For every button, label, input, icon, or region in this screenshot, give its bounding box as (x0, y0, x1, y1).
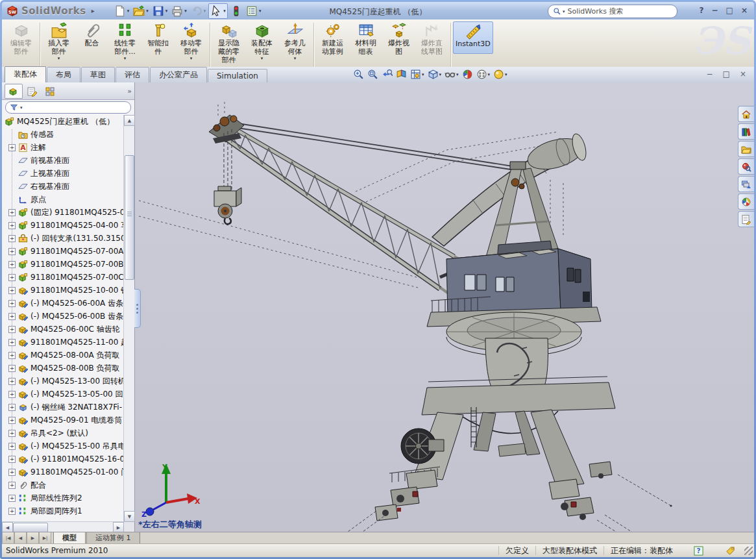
tree-item[interactable]: (-) MQ4525-06-00A 齿条 (2, 297, 124, 310)
previous-view-button[interactable] (381, 68, 393, 81)
tree-item[interactable]: MQ4525-06-00C 轴齿轮 (2, 323, 124, 336)
expand-icon[interactable] (8, 144, 16, 151)
tree-item[interactable]: 911801MQ4525-01-00 门 (2, 466, 124, 478)
bottom-tab-运动算例 1[interactable]: 运动算例 1 (86, 532, 140, 544)
undo-button[interactable]: ▾ (189, 4, 208, 18)
panel-tab-configurationmanager[interactable] (41, 84, 59, 99)
ribbon-button-linear-component-pattern[interactable]: 线性零 部件...▾ (108, 21, 141, 61)
tree-item[interactable]: 911801MQ4525-10-00 钢 (2, 284, 124, 297)
maximize-button[interactable]: □ (726, 6, 733, 15)
tree-item[interactable]: MQ4525-08-00A 负荷取 (2, 349, 124, 362)
tree-item[interactable]: 911801MQ4525-07-00C (2, 271, 124, 284)
expand-icon[interactable] (8, 508, 16, 515)
tree-item[interactable]: 上视基准面 (2, 167, 124, 180)
tree-item[interactable]: 局部线性阵列2 (2, 491, 124, 504)
tree-item[interactable]: (-) MQ4525-15-00 吊具电 (2, 440, 124, 453)
minimize-button[interactable]: − (712, 6, 718, 15)
tree-item[interactable]: 911801MQ4525-04-00 车 (2, 219, 124, 232)
sheet-nav-next-button[interactable]: ▶ (27, 532, 39, 544)
expand-icon[interactable] (8, 248, 16, 255)
tree-item[interactable]: A注解 (2, 141, 124, 154)
doc-close-button[interactable]: × (740, 69, 746, 79)
sheet-nav-first-button[interactable]: |◀ (2, 532, 14, 544)
expand-icon[interactable] (8, 495, 16, 502)
graphics-viewport[interactable]: Y X Z *左右二等角轴测 (135, 82, 754, 532)
help-button[interactable]: ? (700, 6, 704, 15)
expand-icon[interactable] (8, 378, 16, 385)
expand-icon[interactable] (8, 404, 16, 411)
zoom-to-fit-button[interactable] (352, 68, 365, 81)
close-button[interactable]: × (741, 6, 748, 15)
expand-icon[interactable] (8, 417, 16, 424)
sheet-nav-prev-button[interactable]: ◀ (14, 532, 27, 544)
ribbon-button-instant3d[interactable]: Instant3D▾ (453, 21, 493, 54)
hide-show-items-button[interactable]: ▾ (444, 68, 459, 81)
solidworks-search-button[interactable] (738, 158, 754, 175)
tab-评估[interactable]: 评估 (116, 67, 149, 82)
expand-icon[interactable] (8, 209, 16, 216)
tree-item[interactable]: (-) 回转支承(131.50.3150 (2, 232, 124, 245)
view-palette-button[interactable] (738, 176, 754, 192)
expand-icon[interactable] (8, 287, 16, 294)
ribbon-button-smart-fasteners[interactable]: 智能扣 件▾ (141, 21, 175, 61)
section-view-button[interactable] (395, 68, 408, 81)
tree-item[interactable]: 配合 (2, 478, 124, 491)
select-button[interactable]: ▾ (208, 3, 228, 19)
ribbon-button-insert-component[interactable]: 插入零 部件▾ (42, 21, 75, 61)
search-dropdown-icon[interactable]: ▾ (563, 9, 565, 14)
new-button[interactable]: ▾ (113, 4, 131, 18)
bottom-tab-模型[interactable]: 模型 (53, 532, 86, 544)
resize-grip[interactable] (744, 547, 753, 555)
panel-overflow-chevron[interactable]: » (127, 87, 132, 95)
expand-icon[interactable] (8, 365, 16, 372)
tree-item[interactable]: 右视基准面 (2, 180, 124, 193)
expand-icon[interactable] (8, 430, 16, 437)
ribbon-button-move-component[interactable]: 移动零 部件▾ (175, 21, 208, 61)
expand-icon[interactable] (8, 469, 16, 476)
expand-icon[interactable] (8, 313, 16, 320)
save-button[interactable]: ▾ (151, 4, 169, 18)
expand-icon[interactable] (8, 456, 16, 463)
solidworks-resources-button[interactable] (738, 106, 754, 122)
tree-item[interactable]: MQ4525-09-01 电缆卷筒 (2, 414, 124, 427)
tree-horizontal-scrollbar[interactable]: ◀ ▶ (2, 521, 124, 532)
expand-icon[interactable] (8, 326, 16, 333)
ribbon-button-explode-line-sketch[interactable]: 爆炸直 线草图▾ (415, 21, 448, 61)
tree-item[interactable]: (固定) 911801MQ4525-0 (2, 206, 124, 219)
tab-草图[interactable]: 草图 (81, 67, 115, 82)
ribbon-button-new-motion-study[interactable]: 新建运 动算例▾ (316, 21, 349, 61)
print-button[interactable]: ▾ (170, 4, 188, 18)
tree-item[interactable]: 911801MQ4525-07-00B (2, 258, 124, 271)
ribbon-button-reference-geometry[interactable]: 参考几 何体▾ (278, 21, 311, 61)
help-badge-icon[interactable]: ? (694, 546, 703, 556)
expand-icon[interactable] (8, 274, 16, 281)
filter-dropdown-icon[interactable]: ▾ (20, 105, 23, 110)
ribbon-button-mate[interactable]: 配合▾ (75, 21, 108, 53)
tree-item[interactable]: (-) 911801MQ4525-16-0 (2, 453, 124, 466)
file-explorer-button[interactable] (738, 141, 754, 157)
expand-icon[interactable] (8, 443, 16, 450)
custom-properties-button[interactable] (738, 211, 754, 227)
expand-icon[interactable] (8, 222, 16, 229)
expand-icon[interactable] (8, 235, 16, 242)
panel-tab-propertymanager[interactable] (23, 84, 41, 99)
design-library-button[interactable] (738, 123, 754, 140)
menu-expand-icon[interactable]: ▸ (91, 7, 95, 14)
apply-scene-button[interactable]: ▾ (476, 68, 491, 81)
rebuild-lights-button[interactable] (229, 4, 243, 18)
expand-icon[interactable] (8, 300, 16, 307)
tree-item[interactable]: (-) 钢丝绳 32NAT18X7Fi- (2, 401, 124, 414)
options-button[interactable]: ▾ (245, 4, 263, 18)
tree-item[interactable]: 吊具<2> (默认) (2, 427, 124, 440)
edit-appearance-button[interactable] (461, 68, 474, 81)
expand-icon[interactable] (8, 352, 16, 359)
tree-vertical-scrollbar[interactable]: ▲ ▼ (123, 115, 134, 522)
tree-item[interactable]: (-) MQ4525-13-00 回转机 (2, 375, 124, 388)
expand-icon[interactable] (8, 339, 16, 346)
tag-icon[interactable] (726, 546, 735, 556)
sheet-nav-last-button[interactable]: ▶| (39, 532, 51, 544)
tree-item[interactable]: 局部圆周阵列1 (2, 504, 124, 517)
tree-item[interactable]: MQ4525-08-00B 负荷取 (2, 362, 124, 375)
tree-item[interactable]: 911801MQ4525-07-00A (2, 245, 124, 258)
hscroll-thumb[interactable] (13, 523, 48, 532)
